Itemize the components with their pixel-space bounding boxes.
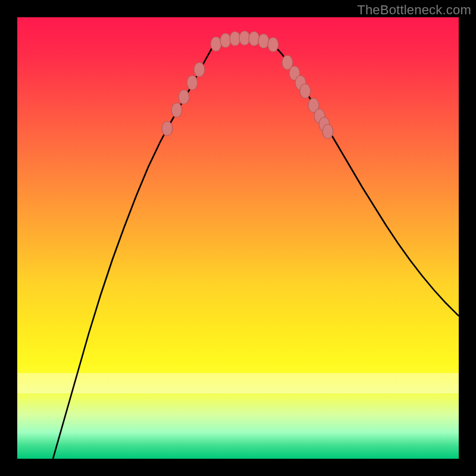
data-marker [258,34,269,48]
data-marker [162,121,173,136]
curve-left [53,45,214,459]
data-marker [322,124,333,139]
watermark-label: TheBottleneck.com [357,2,471,18]
data-marker [230,32,240,46]
curve-layer [17,17,459,459]
chart-frame: TheBottleneck.com [0,0,476,476]
data-marker [300,84,311,98]
data-marker [239,31,250,45]
data-marker [211,37,221,51]
plot-area [17,17,459,459]
data-marker [178,90,189,104]
data-marker [187,76,198,90]
data-marker [194,62,205,77]
data-marker [268,37,278,52]
data-marker [220,33,231,48]
data-marker [171,103,182,117]
data-marker [249,32,259,46]
marker-group [162,31,333,139]
